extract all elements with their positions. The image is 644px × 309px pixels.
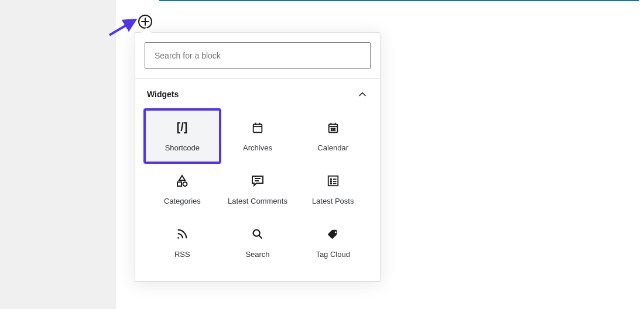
svg-marker-11 [179, 176, 185, 180]
search-container [135, 33, 380, 78]
block-search[interactable]: Search [220, 216, 296, 269]
block-calendar[interactable]: Calendar [295, 109, 371, 163]
block-tag-cloud[interactable]: Tag Cloud [295, 216, 371, 269]
svg-point-13 [183, 182, 187, 186]
block-label: RSS [174, 250, 190, 259]
block-latest-posts[interactable]: Latest Posts [295, 163, 371, 216]
block-label: Archives [243, 143, 272, 152]
latest-comments-icon [251, 172, 265, 190]
shortcode-icon: [/] [174, 119, 190, 136]
svg-point-16 [330, 181, 331, 182]
archives-icon [251, 119, 264, 136]
block-shortcode[interactable]: [/] Shortcode [145, 109, 220, 163]
block-label: Latest Comments [228, 197, 287, 205]
block-label: Latest Posts [312, 197, 354, 205]
block-rss[interactable]: RSS [145, 216, 220, 269]
search-icon [251, 225, 264, 243]
svg-rect-3 [254, 125, 262, 133]
block-label: Tag Cloud [316, 250, 350, 259]
calendar-icon [327, 119, 340, 136]
svg-point-9 [333, 130, 333, 131]
chevron-up-icon [357, 88, 368, 100]
block-archives[interactable]: Archives [220, 109, 296, 163]
block-categories[interactable]: Categories [145, 163, 220, 216]
section-title: Widgets [147, 90, 179, 99]
block-label: Categories [164, 197, 201, 205]
svg-point-6 [333, 128, 333, 129]
svg-point-17 [330, 183, 331, 184]
svg-point-10 [334, 130, 335, 131]
svg-point-18 [178, 237, 180, 239]
svg-point-8 [331, 130, 331, 131]
divider [135, 281, 380, 281]
block-label: Shortcode [165, 143, 200, 152]
svg-rect-12 [177, 182, 181, 186]
svg-text:[/]: [/] [177, 121, 188, 133]
svg-point-5 [331, 128, 331, 129]
rss-icon [176, 225, 189, 243]
plus-icon [141, 18, 149, 26]
add-block-button[interactable] [138, 15, 152, 29]
categories-icon [175, 172, 189, 190]
left-sidebar-panel [0, 0, 116, 309]
block-latest-comments[interactable]: Latest Comments [220, 163, 296, 216]
block-grid: [/] Shortcode Archives [135, 109, 380, 281]
search-input[interactable] [145, 42, 371, 69]
block-label: Calendar [317, 143, 348, 152]
widgets-section-header[interactable]: Widgets [135, 79, 380, 109]
svg-point-15 [330, 178, 331, 180]
popover-caret [141, 28, 152, 33]
svg-point-20 [334, 231, 336, 233]
tag-cloud-icon [327, 225, 340, 243]
svg-point-7 [334, 128, 335, 129]
svg-point-19 [254, 230, 260, 236]
top-accent-bar [159, 0, 639, 1]
block-label: Search [245, 250, 269, 259]
latest-posts-icon [327, 172, 340, 190]
block-inserter-popover: Widgets [/] Shortcode Archives [135, 32, 381, 282]
